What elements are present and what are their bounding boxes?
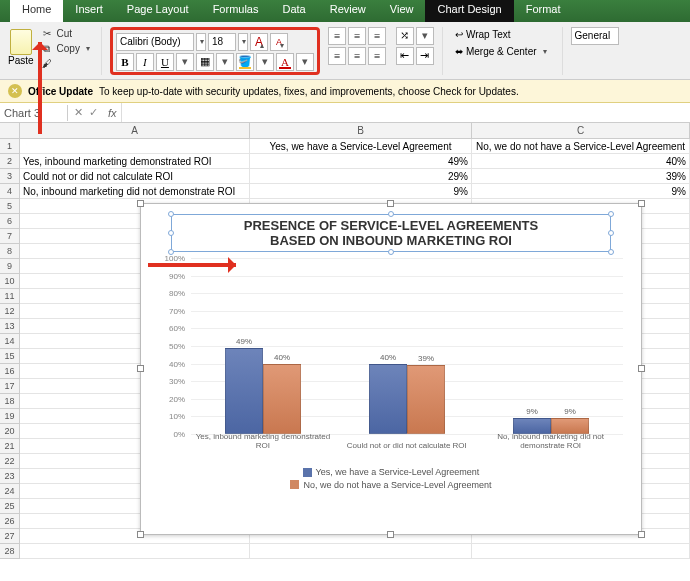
- row-header[interactable]: 7: [0, 229, 20, 244]
- row-header[interactable]: 2: [0, 154, 20, 169]
- row-header[interactable]: 3: [0, 169, 20, 184]
- cell[interactable]: Could not or did not calculate ROI: [20, 169, 250, 184]
- tab-insert[interactable]: Insert: [63, 0, 115, 22]
- col-header-b[interactable]: B: [250, 123, 472, 139]
- font-name-dd[interactable]: ▾: [196, 33, 206, 51]
- row-header[interactable]: 14: [0, 334, 20, 349]
- fill-dd[interactable]: ▾: [256, 53, 274, 71]
- cell[interactable]: Yes, we have a Service-Level Agreement: [250, 139, 472, 154]
- row-header[interactable]: 20: [0, 424, 20, 439]
- cell[interactable]: 29%: [250, 169, 472, 184]
- italic-button[interactable]: I: [136, 53, 154, 71]
- row-header[interactable]: 10: [0, 274, 20, 289]
- cell[interactable]: [250, 544, 472, 559]
- row-header[interactable]: 18: [0, 394, 20, 409]
- underline-dd[interactable]: ▾: [176, 53, 194, 71]
- chart-legend[interactable]: Yes, we have a Service-Level Agreement N…: [141, 466, 641, 491]
- select-all-corner[interactable]: [0, 123, 20, 139]
- cell[interactable]: 39%: [472, 169, 690, 184]
- formula-input[interactable]: [121, 103, 690, 122]
- row-header[interactable]: 4: [0, 184, 20, 199]
- fontcolor-dd[interactable]: ▾: [296, 53, 314, 71]
- row-header[interactable]: 15: [0, 349, 20, 364]
- resize-handle[interactable]: [137, 200, 144, 207]
- tab-chart-design[interactable]: Chart Design: [425, 0, 513, 22]
- tab-page-layout[interactable]: Page Layout: [115, 0, 201, 22]
- accept-formula-icon[interactable]: ✓: [89, 106, 98, 119]
- grow-font-button[interactable]: A▴: [250, 33, 268, 51]
- cancel-formula-icon[interactable]: ✕: [74, 106, 83, 119]
- fill-color-button[interactable]: 🪣: [236, 53, 254, 71]
- cell[interactable]: [20, 139, 250, 154]
- font-color-button[interactable]: A: [276, 53, 294, 71]
- font-size-select[interactable]: 18: [208, 33, 236, 51]
- row-header[interactable]: 19: [0, 409, 20, 424]
- row-header[interactable]: 28: [0, 544, 20, 559]
- resize-handle[interactable]: [638, 200, 645, 207]
- tab-format[interactable]: Format: [514, 0, 573, 22]
- row-header[interactable]: 25: [0, 499, 20, 514]
- cell[interactable]: Yes, inbound marketing demonstrated ROI: [20, 154, 250, 169]
- bold-button[interactable]: B: [116, 53, 134, 71]
- border-dd[interactable]: ▾: [216, 53, 234, 71]
- resize-handle[interactable]: [387, 531, 394, 538]
- border-button[interactable]: ▦: [196, 53, 214, 71]
- chart-title[interactable]: PRESENCE OF SERVICE-LEVEL AGREEMENTS BAS…: [171, 214, 611, 252]
- worksheet-grid[interactable]: A B C 1Yes, we have a Service-Level Agre…: [0, 123, 690, 559]
- row-header[interactable]: 16: [0, 364, 20, 379]
- cell[interactable]: 9%: [472, 184, 690, 199]
- row-header[interactable]: 6: [0, 214, 20, 229]
- resize-handle[interactable]: [638, 365, 645, 372]
- underline-button[interactable]: U: [156, 53, 174, 71]
- cell[interactable]: 49%: [250, 154, 472, 169]
- close-icon[interactable]: ✕: [8, 84, 22, 98]
- row-header[interactable]: 13: [0, 319, 20, 334]
- resize-handle[interactable]: [137, 365, 144, 372]
- row-header[interactable]: 26: [0, 514, 20, 529]
- row-header[interactable]: 8: [0, 244, 20, 259]
- orientation-button[interactable]: ⤮: [396, 27, 414, 45]
- cell[interactable]: 40%: [472, 154, 690, 169]
- resize-handle[interactable]: [638, 531, 645, 538]
- row-header[interactable]: 23: [0, 469, 20, 484]
- cell[interactable]: No, inbound marketing did not demonstrat…: [20, 184, 250, 199]
- align-middle-button[interactable]: ≡: [348, 27, 366, 45]
- number-format-select[interactable]: General: [571, 27, 619, 45]
- col-header-a[interactable]: A: [20, 123, 250, 139]
- align-left-button[interactable]: ≡: [328, 47, 346, 65]
- name-box[interactable]: Chart 3: [0, 105, 68, 121]
- cell[interactable]: [472, 544, 690, 559]
- row-header[interactable]: 22: [0, 454, 20, 469]
- merge-center-button[interactable]: ⬌Merge & Center▾: [451, 44, 554, 59]
- font-size-dd[interactable]: ▾: [238, 33, 248, 51]
- resize-handle[interactable]: [387, 200, 394, 207]
- row-header[interactable]: 21: [0, 439, 20, 454]
- row-header[interactable]: 24: [0, 484, 20, 499]
- orient-dd[interactable]: ▾: [416, 27, 434, 45]
- align-right-button[interactable]: ≡: [368, 47, 386, 65]
- chart-object[interactable]: PRESENCE OF SERVICE-LEVEL AGREEMENTS BAS…: [140, 203, 642, 535]
- row-header[interactable]: 17: [0, 379, 20, 394]
- align-bottom-button[interactable]: ≡: [368, 27, 386, 45]
- font-name-select[interactable]: Calibri (Body): [116, 33, 194, 51]
- shrink-font-button[interactable]: A▾: [270, 33, 288, 51]
- cell[interactable]: 9%: [250, 184, 472, 199]
- col-header-c[interactable]: C: [472, 123, 690, 139]
- decrease-indent-button[interactable]: ⇤: [396, 47, 414, 65]
- row-header[interactable]: 1: [0, 139, 20, 154]
- tab-formulas[interactable]: Formulas: [201, 0, 271, 22]
- cell[interactable]: [20, 544, 250, 559]
- row-header[interactable]: 5: [0, 199, 20, 214]
- increase-indent-button[interactable]: ⇥: [416, 47, 434, 65]
- format-painter-button[interactable]: 🖌: [40, 57, 93, 71]
- chart-plot-area[interactable]: 100%90%80%70%60%50%40%30%20%10%0% 49%40%…: [191, 258, 623, 448]
- tab-view[interactable]: View: [378, 0, 426, 22]
- row-header[interactable]: 9: [0, 259, 20, 274]
- row-header[interactable]: 12: [0, 304, 20, 319]
- row-header[interactable]: 27: [0, 529, 20, 544]
- tab-data[interactable]: Data: [270, 0, 317, 22]
- tab-home[interactable]: Home: [10, 0, 63, 22]
- tab-review[interactable]: Review: [318, 0, 378, 22]
- resize-handle[interactable]: [137, 531, 144, 538]
- align-center-button[interactable]: ≡: [348, 47, 366, 65]
